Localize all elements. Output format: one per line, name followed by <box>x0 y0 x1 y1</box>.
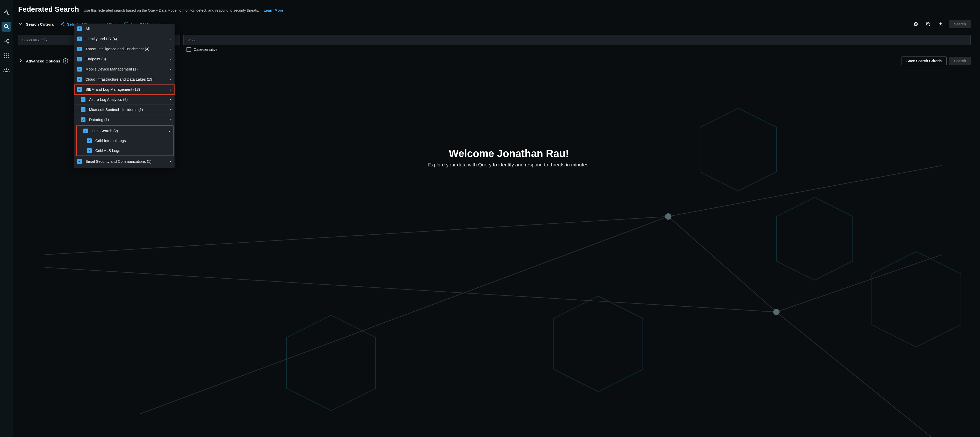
svg-line-22 <box>45 268 776 312</box>
checkbox-checked-icon[interactable]: ✓ <box>87 148 92 153</box>
search-button-top[interactable]: Search <box>949 20 970 28</box>
case-sensitive-checkbox[interactable] <box>186 47 191 52</box>
search-button-bottom[interactable]: Search <box>949 57 970 65</box>
caret-down-icon[interactable]: ▾ <box>170 98 172 101</box>
caret-down-icon[interactable]: ▾ <box>170 118 172 121</box>
welcome-subtitle: Explore your data with Query to identify… <box>405 162 612 168</box>
caret-down-icon[interactable]: ▾ <box>170 160 172 163</box>
checkbox-checked-icon[interactable]: ✓ <box>87 139 92 143</box>
checkbox-checked-icon[interactable]: ✓ <box>77 159 82 164</box>
checkbox-checked-icon[interactable]: ✓ <box>77 47 82 51</box>
svg-point-12 <box>8 57 9 58</box>
connectors-dropdown-panel: ✓ All ✓ Identity and HR (4) ▾ ✓ Threat I… <box>74 24 175 168</box>
connector-item[interactable]: ✓ Cribl Search (2) ▴ <box>77 126 173 136</box>
save-search-criteria-button[interactable]: Save Search Criteria <box>902 56 947 65</box>
sidebar-activity-icon[interactable] <box>2 7 11 17</box>
sidebar-connections-icon[interactable] <box>2 36 11 46</box>
connector-item[interactable]: ✓ Azure Log Analytics (9) ▾ <box>74 95 175 105</box>
connector-label: Azure Log Analytics (9) <box>89 97 168 102</box>
svg-point-1 <box>5 25 8 28</box>
connector-label: Email Security and Communications (1) <box>86 159 168 164</box>
checkbox-checked-icon[interactable]: ✓ <box>77 26 82 31</box>
svg-point-2 <box>8 39 8 40</box>
advanced-options-label: Advanced Options <box>26 59 60 63</box>
info-icon[interactable]: i <box>63 58 68 64</box>
svg-point-8 <box>6 55 7 56</box>
connector-item[interactable]: ✓ Cribl Internal Logs <box>77 136 173 146</box>
value-input[interactable] <box>183 35 970 45</box>
connector-label: Cloud Infrastructure and Data Lakes (19) <box>86 77 168 81</box>
checkbox-checked-icon[interactable]: ✓ <box>77 87 82 92</box>
connector-item[interactable]: ✓ Threat Intelligence and Enrichment (4)… <box>74 44 175 54</box>
main-area: Federated Search Use this federated sear… <box>13 0 980 437</box>
svg-point-30 <box>60 24 61 24</box>
svg-point-14 <box>4 69 5 70</box>
search-criteria-toggle[interactable]: Search Criteria <box>18 21 54 27</box>
sidebar-search-icon[interactable] <box>2 22 11 32</box>
caret-up-icon[interactable]: ▴ <box>169 129 170 132</box>
checkbox-checked-icon[interactable]: ✓ <box>81 107 86 112</box>
page-subtitle: Use this federated search based on the Q… <box>84 8 259 13</box>
caret-down-icon[interactable]: ▾ <box>170 68 172 71</box>
connector-item[interactable]: ✓ SIEM and Log Management (13) ▴ <box>74 85 175 95</box>
svg-point-10 <box>4 57 5 58</box>
connector-item[interactable]: ✓ Cloud Infrastructure and Data Lakes (1… <box>74 74 175 85</box>
svg-point-32 <box>63 25 64 26</box>
svg-marker-17 <box>776 198 853 280</box>
caret-down-icon[interactable]: ▾ <box>170 78 172 81</box>
svg-point-5 <box>6 53 7 54</box>
welcome-title: Welcome Jonathan Rau! <box>405 148 612 159</box>
advanced-options-toggle[interactable]: Advanced Options i <box>18 58 68 64</box>
svg-point-4 <box>4 53 5 54</box>
connector-item[interactable]: ✓ Email Security and Communications (1) … <box>74 156 175 166</box>
checkbox-checked-icon[interactable]: ✓ <box>81 117 86 122</box>
connector-item[interactable]: ✓ Microsoft Sentinel - Incidents (1) ▾ <box>74 105 175 115</box>
left-sidebar <box>0 0 13 437</box>
checkbox-checked-icon[interactable]: ✓ <box>77 77 82 81</box>
svg-point-7 <box>4 55 5 56</box>
checkbox-checked-icon[interactable]: ✓ <box>77 57 82 61</box>
svg-point-29 <box>773 309 780 315</box>
connector-label: Cribl Search (2) <box>92 129 167 133</box>
caret-down-icon[interactable]: ▾ <box>170 48 172 51</box>
checkbox-checked-icon[interactable]: ✓ <box>77 67 82 72</box>
checkbox-checked-icon[interactable]: ✓ <box>83 129 88 133</box>
connector-label: Mobile Device Management (1) <box>86 67 168 71</box>
caret-down-icon[interactable]: ▾ <box>170 58 172 61</box>
highlighted-group: ✓ Cribl Search (2) ▴ ✓ Cribl Internal Lo… <box>76 126 173 156</box>
connector-item[interactable]: ✓ Identity and HR (4) ▾ <box>74 34 175 44</box>
connector-item[interactable]: ✓ All <box>74 24 175 34</box>
svg-marker-20 <box>286 315 375 411</box>
sidebar-apps-icon[interactable] <box>2 51 11 61</box>
connector-label: Threat Intelligence and Enrichment (4) <box>86 47 168 51</box>
chevron-down-icon: ▾ <box>176 38 177 41</box>
page-title: Federated Search <box>18 5 79 13</box>
clear-icon[interactable] <box>912 20 920 28</box>
checkbox-checked-icon[interactable]: ✓ <box>77 37 82 41</box>
caret-down-icon[interactable]: ▾ <box>170 108 172 111</box>
page-header: Federated Search Use this federated sear… <box>18 5 970 13</box>
connector-label: Datadog (1) <box>89 118 168 122</box>
caret-down-icon[interactable]: ▾ <box>170 38 172 40</box>
svg-point-15 <box>8 69 9 70</box>
sidebar-users-icon[interactable] <box>2 65 11 75</box>
sparkle-icon[interactable] <box>937 20 945 28</box>
learn-more-link[interactable]: Learn More <box>264 8 283 13</box>
connector-item[interactable]: ✓ Mobile Device Management (1) ▾ <box>74 64 175 74</box>
welcome-panel: Welcome Jonathan Rau! Explore your data … <box>405 148 612 168</box>
connector-label: All <box>86 27 172 31</box>
connector-label: Endpoint (3) <box>86 57 168 61</box>
caret-up-icon[interactable]: ▴ <box>170 88 172 91</box>
svg-point-11 <box>6 57 7 58</box>
zoom-in-icon[interactable] <box>924 20 932 28</box>
connector-item[interactable]: ✓ Cribl ALB Logs <box>77 146 173 156</box>
connector-label: Identity and HR (4) <box>86 37 168 41</box>
connector-item[interactable]: ✓ Datadog (1) ▾ <box>74 115 175 125</box>
chevron-right-icon <box>18 58 23 64</box>
connector-item[interactable]: ✓ Endpoint (3) ▾ <box>74 54 175 64</box>
svg-marker-16 <box>700 108 776 191</box>
checkbox-checked-icon[interactable]: ✓ <box>81 97 86 102</box>
svg-marker-19 <box>554 296 643 391</box>
svg-line-24 <box>668 217 776 312</box>
app-root: Federated Search Use this federated sear… <box>0 0 980 437</box>
